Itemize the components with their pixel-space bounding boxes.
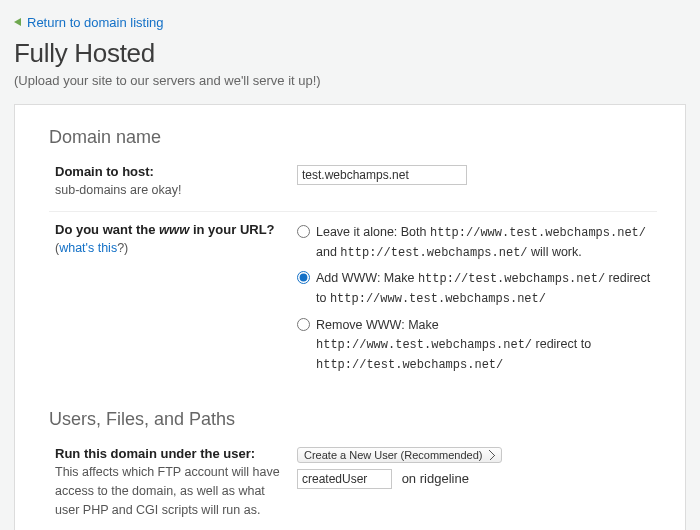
domain-to-host-label: Domain to host: (55, 164, 287, 179)
run-user-hint: This affects which FTP account will have… (55, 465, 280, 517)
page-title: Fully Hosted (14, 38, 686, 69)
www-remove-radio[interactable] (297, 318, 310, 331)
return-to-listing-link[interactable]: Return to domain listing (14, 15, 164, 30)
www-add-radio[interactable] (297, 271, 310, 284)
run-user-select[interactable]: Create a New User (Recommended) (297, 447, 502, 463)
www-option-row: Do you want the www in your URL? (what's… (49, 211, 657, 387)
run-user-label: Run this domain under the user: (55, 446, 287, 461)
domain-section-title: Domain name (49, 127, 657, 148)
domain-to-host-input[interactable] (297, 165, 467, 185)
domain-name-section: Domain name Domain to host: sub-domains … (49, 127, 657, 388)
www-remove-option[interactable]: Remove WWW: Make http://www.test.webcham… (297, 316, 657, 375)
page-subtitle: (Upload your site to our servers and we'… (14, 73, 686, 88)
domain-to-host-row: Domain to host: sub-domains are okay! (49, 158, 657, 206)
settings-panel: Domain name Domain to host: sub-domains … (14, 104, 686, 531)
www-add-option[interactable]: Add WWW: Make http://test.webchamps.net/… (297, 269, 657, 308)
domain-to-host-hint: sub-domains are okay! (55, 183, 181, 197)
users-files-paths-section: Users, Files, and Paths Run this domain … (49, 409, 657, 530)
return-link-label: Return to domain listing (27, 15, 164, 30)
www-leave-option[interactable]: Leave it alone: Both http://www.test.web… (297, 223, 657, 262)
server-name: ridgeline (420, 471, 469, 486)
www-question-label: Do you want the www in your URL? (55, 222, 287, 237)
users-section-title: Users, Files, and Paths (49, 409, 657, 430)
page-container: Return to domain listing Fully Hosted (U… (0, 0, 700, 530)
whats-this-hint: (what's this?) (55, 241, 128, 255)
www-leave-radio[interactable] (297, 225, 310, 238)
arrow-left-icon (14, 18, 21, 26)
whats-this-link[interactable]: what's this (59, 241, 117, 255)
new-user-input[interactable] (297, 469, 392, 489)
run-user-row: Run this domain under the user: This aff… (49, 440, 657, 525)
